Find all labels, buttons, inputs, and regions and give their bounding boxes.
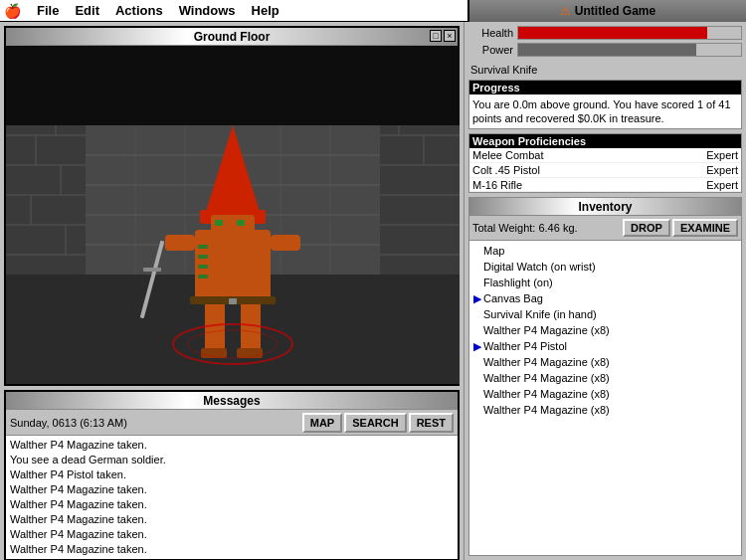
messages-panel: Messages Sunday, 0613 (6:13 AM) MAP SEAR… — [4, 390, 460, 560]
inventory-item-name: Walther P4 Magazine (x8) — [483, 354, 610, 370]
inventory-title: Inventory — [578, 200, 632, 214]
inventory-item[interactable]: ▶Walther P4 Pistol — [473, 338, 737, 354]
weapon-prof-row-2: M-16 Rifle Expert — [469, 178, 741, 192]
weapon-prof-level-2: Expert — [706, 179, 738, 190]
message-line: Walther P4 Magazine taken. — [10, 512, 454, 527]
app-title: Untitled Game — [575, 4, 655, 18]
stats-section: Health Power — [468, 26, 742, 60]
search-button[interactable]: SEARCH — [344, 413, 406, 433]
expand-arrow-icon[interactable]: ▶ — [473, 290, 481, 306]
menu-edit[interactable]: Edit — [67, 1, 107, 20]
inventory-list: MapDigital Watch (on wrist)Flashlight (o… — [469, 241, 741, 555]
inventory-item[interactable]: Walther P4 Magazine (x8) — [483, 370, 737, 386]
messages-content: Walther P4 Magazine taken.You see a dead… — [6, 436, 458, 559]
weapon-prof-name-2: M-16 Rifle — [472, 179, 522, 190]
svg-rect-47 — [198, 265, 208, 269]
rest-button[interactable]: REST — [409, 413, 454, 433]
weapon-prof-level-1: Expert — [706, 164, 738, 176]
message-line: Walther P4 Magazine taken. — [10, 527, 454, 542]
weapon-prof-row-1: Colt .45 Pistol Expert — [469, 163, 741, 178]
svg-rect-57 — [237, 220, 245, 226]
menubar: 🍎 File Edit Actions Windows Help ⚠ Untit… — [0, 0, 746, 22]
app-warning-icon: ⚠ — [560, 4, 571, 18]
inventory-item-name: Survival Knife (in hand) — [483, 306, 597, 322]
messages-title: Messages — [203, 394, 260, 408]
health-bar-container — [517, 26, 742, 40]
inventory-item-name: Digital Watch (on wrist) — [483, 259, 596, 275]
weapon-prof-section: Weapon Proficiencies Melee Combat Expert… — [468, 133, 742, 193]
app-titlebar: ⚠ Untitled Game — [467, 0, 746, 22]
inventory-item-name: Walther P4 Magazine (x8) — [483, 402, 610, 418]
message-line: You see a dead German soldier. — [10, 453, 454, 467]
power-bar — [518, 44, 696, 56]
inventory-section: Inventory Total Weight: 6.46 kg. DROP EX… — [468, 197, 742, 556]
inventory-titlebar: Inventory — [469, 198, 741, 216]
health-bar — [518, 27, 707, 39]
game-window-titlebar: Ground Floor □ × — [6, 28, 458, 46]
inventory-item[interactable]: Flashlight (on) — [473, 275, 737, 290]
progress-text: You are 0.0m above ground. You have scor… — [469, 94, 741, 128]
left-panel: Ground Floor □ × — [0, 22, 464, 560]
menu-windows[interactable]: Windows — [171, 1, 244, 20]
messages-time: Sunday, 0613 (6:13 AM) — [10, 417, 300, 429]
svg-rect-56 — [215, 220, 223, 226]
examine-button[interactable]: EXAMINE — [672, 219, 738, 237]
inventory-item-name: Walther P4 Magazine (x8) — [483, 386, 610, 402]
svg-rect-55 — [211, 215, 255, 245]
inventory-item-name: Walther P4 Pistol — [483, 338, 567, 354]
inventory-item[interactable]: Walther P4 Magazine (x8) — [483, 354, 737, 370]
inventory-item-name: Canvas Bag — [483, 290, 543, 306]
inventory-item[interactable]: Digital Watch (on wrist) — [473, 259, 737, 275]
power-bar-container — [517, 43, 742, 57]
window-zoom-btn[interactable]: □ — [430, 30, 442, 42]
inventory-item[interactable]: Walther P4 Magazine (x8) — [483, 322, 737, 338]
game-window: Ground Floor □ × — [4, 26, 460, 386]
inventory-item-name: Flashlight (on) — [483, 275, 553, 290]
power-label: Power — [468, 44, 513, 56]
game-canvas — [6, 46, 460, 384]
inventory-item[interactable]: Survival Knife (in hand) — [483, 306, 737, 322]
weapon-prof-header: Weapon Proficiencies — [469, 134, 741, 148]
window-close-btn[interactable]: × — [444, 30, 456, 42]
drop-button[interactable]: DROP — [623, 219, 670, 237]
map-button[interactable]: MAP — [302, 413, 342, 433]
svg-rect-43 — [237, 348, 263, 358]
apple-menu[interactable]: 🍎 — [4, 3, 21, 19]
inventory-item-name: Walther P4 Magazine (x8) — [483, 322, 610, 338]
svg-rect-58 — [229, 298, 237, 304]
progress-header: Progress — [469, 81, 741, 94]
inventory-item[interactable]: Walther P4 Magazine (x8) — [483, 386, 737, 402]
messages-titlebar: Messages — [6, 392, 458, 410]
message-line: Walther P4 Pistol taken. — [10, 467, 454, 482]
inventory-item[interactable]: Walther P4 Magazine (x8) — [483, 402, 737, 418]
svg-rect-51 — [271, 235, 300, 251]
power-row: Power — [468, 43, 742, 57]
inventory-item-name: Map — [483, 243, 504, 259]
inventory-weight: Total Weight: 6.46 kg. — [472, 222, 621, 234]
weapon-prof-name-1: Colt .45 Pistol — [472, 164, 540, 176]
svg-rect-39 — [6, 46, 460, 125]
weapon-prof-name-0: Melee Combat — [472, 149, 544, 161]
health-label: Health — [468, 27, 513, 39]
message-line: Walther P4 Magazine taken. — [10, 497, 454, 512]
expand-arrow-icon[interactable]: ▶ — [473, 338, 481, 354]
message-line: Walther P4 Magazine taken. — [10, 482, 454, 497]
inventory-item[interactable]: ▶Canvas Bag — [473, 290, 737, 306]
health-row: Health — [468, 26, 742, 40]
svg-rect-46 — [198, 255, 208, 259]
main-layout: Ground Floor □ × — [0, 22, 746, 560]
menu-help[interactable]: Help — [244, 1, 287, 20]
message-line: Walther P4 Magazine taken. — [10, 542, 454, 557]
menu-file[interactable]: File — [29, 1, 67, 20]
window-controls: □ × — [430, 30, 456, 42]
inventory-item-name: Walther P4 Magazine (x8) — [483, 370, 610, 386]
menu-actions[interactable]: Actions — [107, 1, 171, 20]
right-panel: Untitled Game Health Power Survival Knif… — [464, 22, 746, 560]
svg-rect-48 — [198, 275, 208, 279]
weapon-prof-row-0: Melee Combat Expert — [469, 148, 741, 163]
inventory-item[interactable]: Map — [473, 243, 737, 259]
svg-rect-45 — [198, 245, 208, 249]
svg-rect-50 — [165, 235, 195, 251]
game-window-title: Ground Floor — [194, 30, 271, 44]
inventory-toolbar: Total Weight: 6.46 kg. DROP EXAMINE — [469, 216, 741, 241]
